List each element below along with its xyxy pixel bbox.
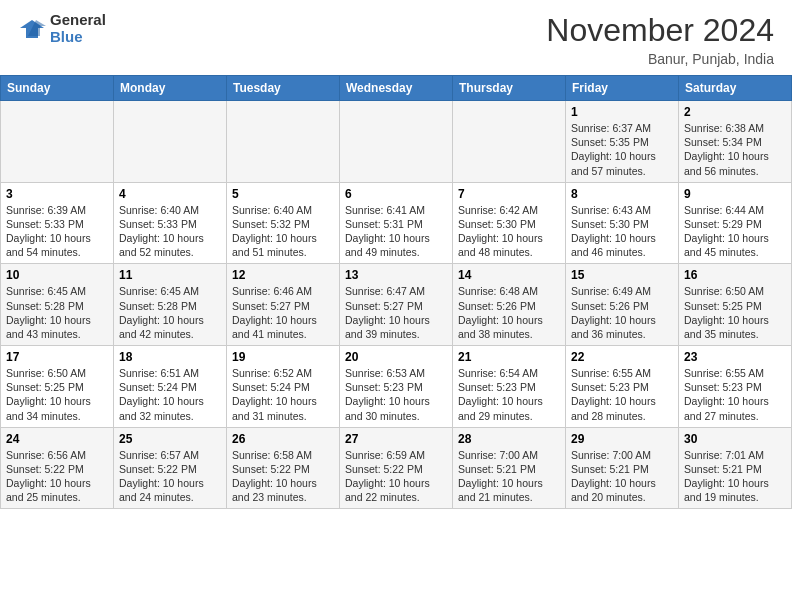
day-number: 7 [458, 187, 560, 201]
day-info: Sunrise: 6:47 AM Sunset: 5:27 PM Dayligh… [345, 284, 447, 341]
calendar-cell: 14Sunrise: 6:48 AM Sunset: 5:26 PM Dayli… [453, 264, 566, 346]
day-number: 10 [6, 268, 108, 282]
day-number: 13 [345, 268, 447, 282]
day-info: Sunrise: 7:01 AM Sunset: 5:21 PM Dayligh… [684, 448, 786, 505]
calendar-cell: 20Sunrise: 6:53 AM Sunset: 5:23 PM Dayli… [340, 346, 453, 428]
calendar-cell: 4Sunrise: 6:40 AM Sunset: 5:33 PM Daylig… [114, 182, 227, 264]
calendar-cell: 1Sunrise: 6:37 AM Sunset: 5:35 PM Daylig… [566, 101, 679, 183]
logo-blue: Blue [50, 29, 106, 46]
logo-general: General [50, 12, 106, 29]
day-info: Sunrise: 6:49 AM Sunset: 5:26 PM Dayligh… [571, 284, 673, 341]
day-number: 26 [232, 432, 334, 446]
day-number: 19 [232, 350, 334, 364]
day-info: Sunrise: 6:40 AM Sunset: 5:33 PM Dayligh… [119, 203, 221, 260]
calendar-cell: 13Sunrise: 6:47 AM Sunset: 5:27 PM Dayli… [340, 264, 453, 346]
day-number: 22 [571, 350, 673, 364]
calendar-cell: 9Sunrise: 6:44 AM Sunset: 5:29 PM Daylig… [679, 182, 792, 264]
day-info: Sunrise: 6:53 AM Sunset: 5:23 PM Dayligh… [345, 366, 447, 423]
day-number: 15 [571, 268, 673, 282]
day-number: 28 [458, 432, 560, 446]
calendar-cell [1, 101, 114, 183]
day-number: 17 [6, 350, 108, 364]
calendar-cell: 2Sunrise: 6:38 AM Sunset: 5:34 PM Daylig… [679, 101, 792, 183]
calendar-cell: 5Sunrise: 6:40 AM Sunset: 5:32 PM Daylig… [227, 182, 340, 264]
calendar-cell [114, 101, 227, 183]
calendar-cell: 28Sunrise: 7:00 AM Sunset: 5:21 PM Dayli… [453, 427, 566, 509]
day-info: Sunrise: 6:56 AM Sunset: 5:22 PM Dayligh… [6, 448, 108, 505]
day-info: Sunrise: 6:58 AM Sunset: 5:22 PM Dayligh… [232, 448, 334, 505]
calendar-cell: 7Sunrise: 6:42 AM Sunset: 5:30 PM Daylig… [453, 182, 566, 264]
calendar-cell: 24Sunrise: 6:56 AM Sunset: 5:22 PM Dayli… [1, 427, 114, 509]
title-block: November 2024 Banur, Punjab, India [546, 12, 774, 67]
day-number: 8 [571, 187, 673, 201]
day-number: 3 [6, 187, 108, 201]
day-number: 11 [119, 268, 221, 282]
calendar-table: SundayMondayTuesdayWednesdayThursdayFrid… [0, 75, 792, 509]
calendar-cell: 12Sunrise: 6:46 AM Sunset: 5:27 PM Dayli… [227, 264, 340, 346]
day-info: Sunrise: 6:55 AM Sunset: 5:23 PM Dayligh… [684, 366, 786, 423]
calendar-week-3: 10Sunrise: 6:45 AM Sunset: 5:28 PM Dayli… [1, 264, 792, 346]
day-info: Sunrise: 6:59 AM Sunset: 5:22 PM Dayligh… [345, 448, 447, 505]
calendar-body: 1Sunrise: 6:37 AM Sunset: 5:35 PM Daylig… [1, 101, 792, 509]
calendar-cell [340, 101, 453, 183]
day-info: Sunrise: 6:40 AM Sunset: 5:32 PM Dayligh… [232, 203, 334, 260]
day-number: 29 [571, 432, 673, 446]
calendar-cell: 27Sunrise: 6:59 AM Sunset: 5:22 PM Dayli… [340, 427, 453, 509]
calendar-cell [227, 101, 340, 183]
day-info: Sunrise: 7:00 AM Sunset: 5:21 PM Dayligh… [458, 448, 560, 505]
calendar-cell: 17Sunrise: 6:50 AM Sunset: 5:25 PM Dayli… [1, 346, 114, 428]
logo-icon [18, 18, 46, 40]
calendar-cell: 22Sunrise: 6:55 AM Sunset: 5:23 PM Dayli… [566, 346, 679, 428]
day-info: Sunrise: 6:50 AM Sunset: 5:25 PM Dayligh… [6, 366, 108, 423]
day-number: 14 [458, 268, 560, 282]
calendar-cell: 6Sunrise: 6:41 AM Sunset: 5:31 PM Daylig… [340, 182, 453, 264]
calendar-cell: 23Sunrise: 6:55 AM Sunset: 5:23 PM Dayli… [679, 346, 792, 428]
calendar-cell: 25Sunrise: 6:57 AM Sunset: 5:22 PM Dayli… [114, 427, 227, 509]
day-number: 6 [345, 187, 447, 201]
day-number: 25 [119, 432, 221, 446]
logo: General Blue [18, 12, 106, 45]
day-number: 23 [684, 350, 786, 364]
header-day-wednesday: Wednesday [340, 76, 453, 101]
day-number: 27 [345, 432, 447, 446]
day-number: 16 [684, 268, 786, 282]
header-row: SundayMondayTuesdayWednesdayThursdayFrid… [1, 76, 792, 101]
month-year-title: November 2024 [546, 12, 774, 49]
calendar-cell: 26Sunrise: 6:58 AM Sunset: 5:22 PM Dayli… [227, 427, 340, 509]
day-number: 18 [119, 350, 221, 364]
day-number: 4 [119, 187, 221, 201]
day-number: 9 [684, 187, 786, 201]
calendar-cell: 19Sunrise: 6:52 AM Sunset: 5:24 PM Dayli… [227, 346, 340, 428]
calendar-cell: 15Sunrise: 6:49 AM Sunset: 5:26 PM Dayli… [566, 264, 679, 346]
day-info: Sunrise: 6:51 AM Sunset: 5:24 PM Dayligh… [119, 366, 221, 423]
header-day-sunday: Sunday [1, 76, 114, 101]
calendar-cell: 30Sunrise: 7:01 AM Sunset: 5:21 PM Dayli… [679, 427, 792, 509]
day-info: Sunrise: 6:39 AM Sunset: 5:33 PM Dayligh… [6, 203, 108, 260]
day-info: Sunrise: 6:55 AM Sunset: 5:23 PM Dayligh… [571, 366, 673, 423]
calendar-week-5: 24Sunrise: 6:56 AM Sunset: 5:22 PM Dayli… [1, 427, 792, 509]
day-info: Sunrise: 6:52 AM Sunset: 5:24 PM Dayligh… [232, 366, 334, 423]
calendar-week-1: 1Sunrise: 6:37 AM Sunset: 5:35 PM Daylig… [1, 101, 792, 183]
day-info: Sunrise: 6:54 AM Sunset: 5:23 PM Dayligh… [458, 366, 560, 423]
calendar-week-4: 17Sunrise: 6:50 AM Sunset: 5:25 PM Dayli… [1, 346, 792, 428]
day-info: Sunrise: 6:43 AM Sunset: 5:30 PM Dayligh… [571, 203, 673, 260]
calendar-cell [453, 101, 566, 183]
day-info: Sunrise: 6:50 AM Sunset: 5:25 PM Dayligh… [684, 284, 786, 341]
header-day-saturday: Saturday [679, 76, 792, 101]
day-number: 20 [345, 350, 447, 364]
day-info: Sunrise: 6:42 AM Sunset: 5:30 PM Dayligh… [458, 203, 560, 260]
day-info: Sunrise: 6:38 AM Sunset: 5:34 PM Dayligh… [684, 121, 786, 178]
page-header: General Blue November 2024 Banur, Punjab… [0, 0, 792, 75]
day-info: Sunrise: 6:57 AM Sunset: 5:22 PM Dayligh… [119, 448, 221, 505]
calendar-cell: 3Sunrise: 6:39 AM Sunset: 5:33 PM Daylig… [1, 182, 114, 264]
calendar-cell: 10Sunrise: 6:45 AM Sunset: 5:28 PM Dayli… [1, 264, 114, 346]
calendar-cell: 18Sunrise: 6:51 AM Sunset: 5:24 PM Dayli… [114, 346, 227, 428]
day-number: 24 [6, 432, 108, 446]
day-info: Sunrise: 6:37 AM Sunset: 5:35 PM Dayligh… [571, 121, 673, 178]
day-number: 1 [571, 105, 673, 119]
calendar-cell: 11Sunrise: 6:45 AM Sunset: 5:28 PM Dayli… [114, 264, 227, 346]
header-day-friday: Friday [566, 76, 679, 101]
day-number: 5 [232, 187, 334, 201]
calendar-cell: 29Sunrise: 7:00 AM Sunset: 5:21 PM Dayli… [566, 427, 679, 509]
day-number: 12 [232, 268, 334, 282]
